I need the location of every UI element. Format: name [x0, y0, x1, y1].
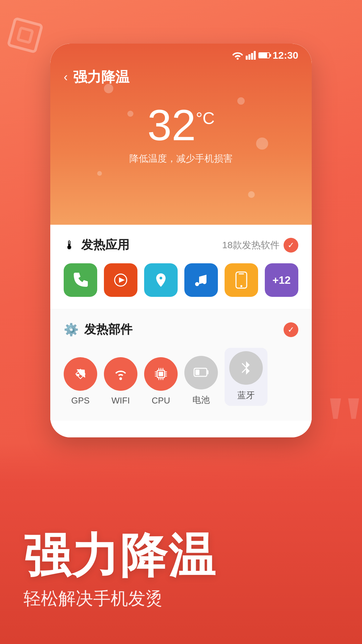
video-app-icon [112, 271, 129, 289]
wifi-label: WIFI [112, 395, 130, 406]
battery-circle [184, 356, 218, 389]
bubble-1 [104, 84, 113, 93]
phone-app-icon [72, 271, 89, 289]
heat-apps-section: 🌡 发热应用 18款发热软件 ✓ [50, 225, 312, 309]
app-icon-map[interactable] [144, 263, 178, 297]
heat-components-header-left: ⚙️ 发热部件 [64, 321, 132, 338]
bluetooth-icon [241, 360, 251, 376]
status-bar: 12:30 [50, 44, 312, 61]
cpu-label: CPU [152, 395, 170, 406]
component-cpu[interactable]: CPU [144, 357, 178, 406]
svg-rect-7 [239, 273, 244, 274]
battery-icon [258, 52, 270, 58]
temp-unit: °C [196, 110, 215, 127]
gps-label: GPS [71, 395, 90, 406]
phone-mockup: 12:30 ‹ 强力降温 32°C 降低温度，减少手机损害 🌡 发热应用 [50, 44, 312, 437]
bottom-headline-section: 强力降温 轻松解决手机发烫 [0, 443, 362, 644]
music-app-icon [192, 271, 210, 289]
battery-comp-icon [193, 366, 209, 379]
gps-icon [73, 367, 88, 381]
back-button[interactable]: ‹ [64, 70, 68, 84]
bluetooth-label: 蓝牙 [237, 389, 255, 401]
app-icon-video[interactable] [104, 263, 137, 297]
heat-apps-check[interactable]: ✓ [284, 238, 298, 253]
heat-components-title: 发热部件 [84, 321, 132, 338]
phone-bottom-section: 🌡 发热应用 18款发热软件 ✓ [50, 225, 312, 437]
check-icon: ✓ [288, 240, 294, 250]
svg-rect-0 [246, 56, 248, 60]
battery-label: 电池 [192, 394, 210, 406]
heat-apps-list: +12 [64, 263, 298, 297]
svg-rect-1 [248, 54, 250, 60]
svg-rect-3 [254, 51, 256, 60]
more-count-label: +12 [273, 274, 291, 286]
app-icon-phone2[interactable] [225, 263, 258, 297]
cpu-icon [153, 366, 169, 382]
gear-icon: ⚙️ [64, 323, 79, 337]
component-gps[interactable]: GPS [64, 357, 97, 406]
phone-nav: ‹ 强力降温 [50, 61, 312, 93]
app-icon-phone[interactable] [64, 263, 97, 297]
thermometer-icon: 🌡 [64, 238, 76, 252]
heat-apps-title: 发热应用 [81, 237, 129, 253]
headline-main: 强力降温 [23, 530, 339, 582]
bg-decoration-topleft [7, 17, 44, 54]
bubble-2 [127, 111, 133, 117]
signal-icon [246, 51, 256, 60]
check-icon-2: ✓ [288, 325, 294, 334]
page-title: 强力降温 [73, 68, 129, 87]
phone-top-section: 12:30 ‹ 强力降温 32°C 降低温度，减少手机损害 [50, 44, 312, 225]
temperature-subtitle: 降低温度，减少手机损害 [50, 152, 312, 165]
component-bluetooth[interactable]: 蓝牙 [225, 348, 267, 406]
heat-apps-header-left: 🌡 发热应用 [64, 237, 129, 253]
app-icon-more[interactable]: +12 [265, 263, 298, 297]
components-list: GPS WIFI [64, 348, 298, 406]
headline-sub: 轻松解决手机发烫 [23, 587, 339, 610]
map-app-icon [152, 271, 170, 289]
status-time: 12:30 [273, 50, 298, 61]
bubble-4 [237, 97, 245, 105]
heat-components-check[interactable]: ✓ [284, 322, 298, 337]
svg-point-8 [240, 285, 242, 287]
component-battery[interactable]: 电池 [184, 356, 218, 406]
wifi-circle [104, 357, 137, 391]
bubble-5 [97, 171, 102, 176]
app-icon-music[interactable] [184, 263, 218, 297]
heat-apps-count: 18款发热软件 [222, 239, 280, 252]
svg-rect-26 [195, 370, 199, 375]
gps-circle [64, 357, 97, 391]
bubble-6 [248, 191, 255, 198]
temperature-value: 32°C [147, 103, 215, 147]
wifi-comp-icon [113, 367, 129, 381]
heat-components-section: ⚙️ 发热部件 ✓ [50, 309, 312, 421]
svg-marker-5 [119, 277, 125, 283]
cpu-circle [144, 357, 178, 391]
status-icons: 12:30 [232, 50, 298, 61]
component-wifi[interactable]: WIFI [104, 357, 137, 406]
bubble-3 [256, 138, 268, 150]
bluetooth-circle [229, 351, 263, 385]
wifi-icon [232, 51, 243, 60]
heat-components-header: ⚙️ 发热部件 ✓ [64, 321, 298, 338]
svg-rect-2 [251, 53, 253, 60]
heat-apps-badge: 18款发热软件 ✓ [222, 238, 298, 253]
svg-rect-25 [207, 370, 208, 374]
phone2-app-icon [234, 271, 249, 289]
heat-apps-header: 🌡 发热应用 18款发热软件 ✓ [64, 237, 298, 253]
svg-rect-11 [159, 372, 163, 376]
temperature-display: 32°C 降低温度，减少手机损害 [50, 93, 312, 172]
